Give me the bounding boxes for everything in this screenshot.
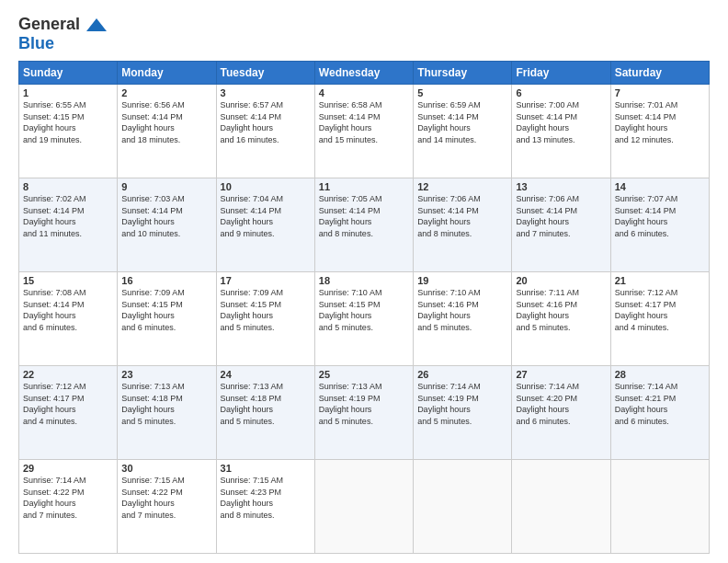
day-info: Sunrise: 7:06 AMSunset: 4:14 PMDaylight … (516, 194, 579, 238)
day-number: 8 (23, 181, 113, 192)
day-number: 18 (319, 275, 409, 286)
header: General Blue (18, 15, 710, 53)
day-number: 17 (221, 275, 311, 286)
col-header-tuesday: Tuesday (216, 62, 314, 85)
day-info: Sunrise: 7:14 AMSunset: 4:20 PMDaylight … (516, 382, 579, 426)
day-number: 14 (615, 181, 705, 192)
calendar-cell: 12 Sunrise: 7:06 AMSunset: 4:14 PMDaylig… (414, 178, 512, 272)
day-number: 21 (615, 275, 705, 286)
logo-icon (86, 18, 107, 31)
day-number: 28 (615, 369, 705, 380)
day-info: Sunrise: 7:07 AMSunset: 4:14 PMDaylight … (615, 194, 678, 238)
day-number: 11 (319, 181, 409, 192)
calendar-cell: 7 Sunrise: 7:01 AMSunset: 4:14 PMDayligh… (610, 85, 709, 178)
calendar-cell: 27 Sunrise: 7:14 AMSunset: 4:20 PMDaylig… (512, 366, 610, 460)
calendar-cell: 31 Sunrise: 7:15 AMSunset: 4:23 PMDaylig… (216, 460, 314, 554)
day-info: Sunrise: 7:12 AMSunset: 4:17 PMDaylight … (23, 382, 86, 426)
day-number: 27 (516, 369, 606, 380)
day-info: Sunrise: 7:13 AMSunset: 4:18 PMDaylight … (221, 382, 284, 426)
col-header-saturday: Saturday (610, 62, 709, 85)
day-info: Sunrise: 7:06 AMSunset: 4:14 PMDaylight … (417, 194, 481, 238)
day-info: Sunrise: 7:05 AMSunset: 4:14 PMDaylight … (319, 194, 382, 238)
day-info: Sunrise: 7:00 AMSunset: 4:14 PMDaylight … (516, 100, 579, 144)
logo-text: General (18, 15, 107, 34)
day-info: Sunrise: 7:09 AMSunset: 4:15 PMDaylight … (221, 288, 284, 332)
col-header-sunday: Sunday (19, 62, 118, 85)
day-info: Sunrise: 7:14 AMSunset: 4:21 PMDaylight … (615, 382, 678, 426)
calendar-cell: 17 Sunrise: 7:09 AMSunset: 4:15 PMDaylig… (216, 272, 314, 366)
calendar-cell: 16 Sunrise: 7:09 AMSunset: 4:15 PMDaylig… (118, 272, 216, 366)
calendar-cell: 10 Sunrise: 7:04 AMSunset: 4:14 PMDaylig… (216, 178, 314, 272)
day-info: Sunrise: 6:56 AMSunset: 4:14 PMDaylight … (121, 100, 185, 144)
calendar-cell: 25 Sunrise: 7:13 AMSunset: 4:19 PMDaylig… (314, 366, 413, 460)
calendar-cell: 30 Sunrise: 7:15 AMSunset: 4:22 PMDaylig… (118, 460, 216, 554)
calendar-cell (414, 460, 512, 554)
calendar-week-row: 29 Sunrise: 7:14 AMSunset: 4:22 PMDaylig… (19, 460, 710, 554)
day-number: 4 (319, 87, 409, 98)
day-number: 15 (23, 275, 113, 286)
calendar-cell: 2 Sunrise: 6:56 AMSunset: 4:14 PMDayligh… (118, 85, 216, 178)
svg-marker-0 (86, 18, 107, 31)
col-header-friday: Friday (512, 62, 610, 85)
calendar-cell: 5 Sunrise: 6:59 AMSunset: 4:14 PMDayligh… (414, 85, 512, 178)
day-number: 1 (23, 87, 113, 98)
day-info: Sunrise: 7:03 AMSunset: 4:14 PMDaylight … (121, 194, 185, 238)
day-info: Sunrise: 6:55 AMSunset: 4:15 PMDaylight … (23, 100, 86, 144)
day-number: 12 (417, 181, 507, 192)
day-info: Sunrise: 7:08 AMSunset: 4:14 PMDaylight … (23, 288, 86, 332)
calendar-week-row: 1 Sunrise: 6:55 AMSunset: 4:15 PMDayligh… (19, 85, 710, 178)
calendar-header-row: SundayMondayTuesdayWednesdayThursdayFrid… (19, 62, 710, 85)
day-info: Sunrise: 7:12 AMSunset: 4:17 PMDaylight … (615, 288, 678, 332)
calendar-cell: 4 Sunrise: 6:58 AMSunset: 4:14 PMDayligh… (314, 85, 413, 178)
logo-blue: Blue (18, 34, 54, 52)
page: General Blue SundayMondayTuesdayWednesda… (0, 0, 728, 563)
calendar-cell: 8 Sunrise: 7:02 AMSunset: 4:14 PMDayligh… (19, 178, 118, 272)
day-number: 2 (121, 87, 211, 98)
calendar-cell: 15 Sunrise: 7:08 AMSunset: 4:14 PMDaylig… (19, 272, 118, 366)
calendar-cell: 6 Sunrise: 7:00 AMSunset: 4:14 PMDayligh… (512, 85, 610, 178)
calendar-cell: 13 Sunrise: 7:06 AMSunset: 4:14 PMDaylig… (512, 178, 610, 272)
day-number: 24 (221, 369, 311, 380)
day-info: Sunrise: 7:15 AMSunset: 4:23 PMDaylight … (221, 476, 284, 520)
day-number: 13 (516, 181, 606, 192)
calendar-cell: 3 Sunrise: 6:57 AMSunset: 4:14 PMDayligh… (216, 85, 314, 178)
col-header-monday: Monday (118, 62, 216, 85)
calendar-cell: 21 Sunrise: 7:12 AMSunset: 4:17 PMDaylig… (610, 272, 709, 366)
day-number: 25 (319, 369, 409, 380)
calendar-cell: 29 Sunrise: 7:14 AMSunset: 4:22 PMDaylig… (19, 460, 118, 554)
day-info: Sunrise: 7:13 AMSunset: 4:19 PMDaylight … (319, 382, 382, 426)
day-number: 5 (417, 87, 507, 98)
day-info: Sunrise: 7:10 AMSunset: 4:16 PMDaylight … (417, 288, 481, 332)
day-info: Sunrise: 7:10 AMSunset: 4:15 PMDaylight … (319, 288, 382, 332)
calendar-cell (314, 460, 413, 554)
calendar-week-row: 8 Sunrise: 7:02 AMSunset: 4:14 PMDayligh… (19, 178, 710, 272)
calendar-cell: 24 Sunrise: 7:13 AMSunset: 4:18 PMDaylig… (216, 366, 314, 460)
day-info: Sunrise: 6:58 AMSunset: 4:14 PMDaylight … (319, 100, 382, 144)
day-info: Sunrise: 7:04 AMSunset: 4:14 PMDaylight … (221, 194, 284, 238)
col-header-wednesday: Wednesday (314, 62, 413, 85)
day-number: 10 (221, 181, 311, 192)
logo: General Blue (18, 15, 107, 53)
calendar-cell: 23 Sunrise: 7:13 AMSunset: 4:18 PMDaylig… (118, 366, 216, 460)
day-info: Sunrise: 7:14 AMSunset: 4:19 PMDaylight … (417, 382, 481, 426)
day-number: 19 (417, 275, 507, 286)
day-number: 30 (121, 463, 211, 474)
calendar-cell: 26 Sunrise: 7:14 AMSunset: 4:19 PMDaylig… (414, 366, 512, 460)
day-info: Sunrise: 7:14 AMSunset: 4:22 PMDaylight … (23, 476, 86, 520)
day-number: 31 (221, 463, 311, 474)
day-number: 26 (417, 369, 507, 380)
calendar-cell: 11 Sunrise: 7:05 AMSunset: 4:14 PMDaylig… (314, 178, 413, 272)
day-number: 22 (23, 369, 113, 380)
calendar-cell (610, 460, 709, 554)
calendar-cell: 9 Sunrise: 7:03 AMSunset: 4:14 PMDayligh… (118, 178, 216, 272)
day-number: 6 (516, 87, 606, 98)
calendar-cell: 1 Sunrise: 6:55 AMSunset: 4:15 PMDayligh… (19, 85, 118, 178)
day-number: 29 (23, 463, 113, 474)
calendar-week-row: 22 Sunrise: 7:12 AMSunset: 4:17 PMDaylig… (19, 366, 710, 460)
day-info: Sunrise: 7:01 AMSunset: 4:14 PMDaylight … (615, 100, 678, 144)
calendar-cell: 18 Sunrise: 7:10 AMSunset: 4:15 PMDaylig… (314, 272, 413, 366)
day-info: Sunrise: 7:11 AMSunset: 4:16 PMDaylight … (516, 288, 579, 332)
calendar-cell (512, 460, 610, 554)
calendar-cell: 14 Sunrise: 7:07 AMSunset: 4:14 PMDaylig… (610, 178, 709, 272)
day-info: Sunrise: 6:59 AMSunset: 4:14 PMDaylight … (417, 100, 481, 144)
